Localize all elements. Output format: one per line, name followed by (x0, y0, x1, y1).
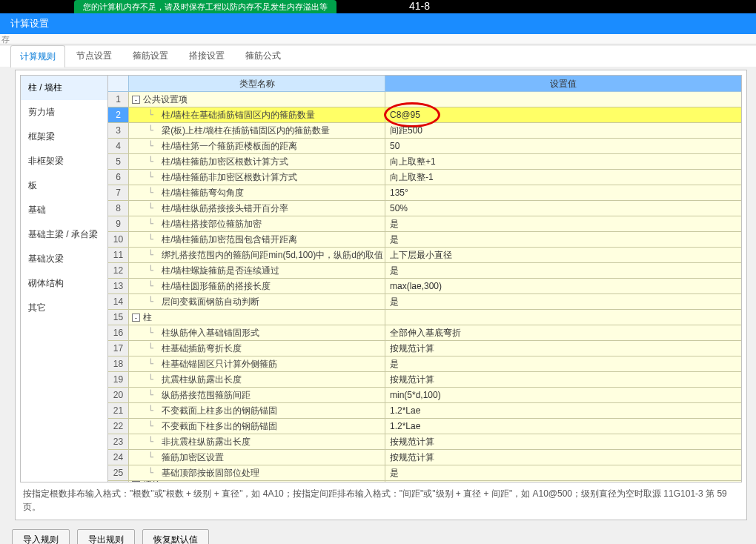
table-row[interactable]: 20 └ 纵筋搭接范围箍筋间距min(5*d,100) (108, 388, 741, 403)
row-name-cell: +墙柱 (129, 481, 385, 482)
tab-4[interactable]: 箍筋公式 (236, 44, 291, 67)
table-row[interactable]: 16 └ 柱纵筋伸入基础锚固形式全部伸入基底弯折 (108, 325, 741, 341)
collapse-icon[interactable]: - (132, 96, 140, 104)
row-value-cell[interactable] (385, 310, 741, 325)
sidebar-item-0[interactable]: 柱 / 墙柱 (21, 76, 107, 100)
row-number: 7 (108, 185, 129, 200)
row-value-cell[interactable]: 全部伸入基底弯折 (385, 325, 741, 340)
row-value-cell[interactable]: 是 (385, 216, 741, 231)
row-value-cell[interactable]: C8@95 (385, 107, 741, 122)
subbar-icon: 存 (0, 34, 9, 44)
row-value-cell[interactable]: 是 (385, 294, 741, 309)
table-row[interactable]: 24 └ 箍筋加密区设置按规范计算 (108, 450, 741, 465)
tree-line-icon: └ (132, 139, 159, 153)
row-name-cell: -公共设置项 (129, 92, 385, 107)
tree-line-icon: └ (132, 185, 159, 200)
table-row[interactable]: 19 └ 抗震柱纵筋露出长度按规范计算 (108, 372, 741, 388)
table-row[interactable]: 9 └ 柱/墙柱搭接部位箍筋加密是 (108, 216, 741, 232)
table-row[interactable]: 10 └ 柱/墙柱箍筋加密范围包含错开距离是 (108, 232, 741, 248)
tree-line-icon: └ (132, 154, 159, 169)
row-name-cell: └ 绑扎搭接范围内的箍筋间距min(5d,100)中，纵筋d的取值 (129, 248, 385, 262)
row-value-cell[interactable]: min(5*d,100) (385, 388, 741, 402)
content-row: 柱 / 墙柱剪力墙框架梁非框架梁板基础基础主梁 / 承台梁基础次梁砌体结构其它 … (20, 75, 742, 482)
row-value-cell[interactable]: 上下层最小直径 (385, 248, 741, 262)
table-row[interactable]: 22 └ 不变截面下柱多出的钢筋锚固1.2*Lae (108, 419, 741, 434)
row-number: 5 (108, 154, 129, 169)
collapse-icon[interactable]: - (132, 314, 140, 322)
table-row[interactable]: 18 └ 柱基础锚固区只计算外侧箍筋是 (108, 356, 741, 372)
table-row[interactable]: 11 └ 绑扎搭接范围内的箍筋间距min(5d,100)中，纵筋d的取值上下层最… (108, 248, 741, 263)
table-row[interactable]: 6 └ 柱/墙柱箍筋非加密区根数计算方式向上取整-1 (108, 170, 741, 185)
table-row[interactable]: 7 └ 柱/墙柱箍筋弯勾角度135° (108, 185, 741, 201)
tree-line-icon: └ (132, 279, 159, 293)
restore-default-button[interactable]: 恢复默认值 (142, 529, 209, 544)
table-row[interactable]: 23 └ 非抗震柱纵筋露出长度按规范计算 (108, 434, 741, 450)
row-value-cell[interactable] (385, 92, 741, 107)
expand-icon[interactable]: + (132, 481, 140, 482)
table-row[interactable]: 13 └ 柱/墙柱圆形箍筋的搭接长度max(lae,300) (108, 279, 741, 294)
sidebar-item-2[interactable]: 框架梁 (21, 125, 107, 149)
tree-line-icon: └ (132, 123, 159, 138)
row-value-cell[interactable]: 向上取整-1 (385, 170, 741, 185)
tab-3[interactable]: 搭接设置 (179, 44, 234, 67)
table-row[interactable]: 26+墙柱 (108, 481, 741, 482)
table-row[interactable]: 8 └ 柱/墙柱纵筋搭接接头错开百分率50% (108, 201, 741, 216)
row-number: 20 (108, 388, 129, 402)
table-row[interactable]: 2 └ 柱/墙柱在基础插筋锚固区内的箍筋数量C8@95 (108, 107, 741, 123)
hint-text: 按指定根数排布输入格式："根数"或"根数 + 级别 + 直径"，如 4A10；按… (20, 482, 742, 515)
tree-line-icon: └ (132, 465, 159, 480)
row-name-cell: └ 柱基础插筋弯折长度 (129, 341, 385, 356)
table-row[interactable]: 25 └ 基础顶部按嵌固部位处理是 (108, 465, 741, 481)
table-row[interactable]: 1-公共设置项 (108, 92, 741, 107)
tab-2[interactable]: 箍筋设置 (123, 44, 178, 67)
row-label: 柱基础锚固区只计算外侧箍筋 (162, 356, 277, 371)
row-value-cell[interactable]: 135° (385, 185, 741, 200)
sidebar-item-4[interactable]: 板 (21, 173, 107, 198)
row-number: 16 (108, 325, 129, 340)
row-value-cell[interactable]: 50 (385, 139, 741, 153)
row-label: 层间变截面钢筋自动判断 (162, 294, 259, 309)
table-row[interactable]: 17 └ 柱基础插筋弯折长度按规范计算 (108, 341, 741, 356)
grid-header-value[interactable]: 设置值 (385, 76, 741, 91)
sidebar-item-7[interactable]: 基础次梁 (21, 247, 107, 271)
tab-0[interactable]: 计算规则 (10, 45, 65, 67)
sidebar-item-5[interactable]: 基础 (21, 198, 107, 222)
row-number: 1 (108, 92, 129, 107)
table-row[interactable]: 5 └ 柱/墙柱箍筋加密区根数计算方式向上取整+1 (108, 154, 741, 170)
sidebar-item-1[interactable]: 剪力墙 (21, 100, 107, 125)
row-value-cell[interactable]: 按规范计算 (385, 341, 741, 356)
row-value-cell[interactable]: 1.2*Lae (385, 419, 741, 434)
table-row[interactable]: 3 └ 梁(板)上柱/墙柱在插筋锚固区内的箍筋数量间距500 (108, 123, 741, 139)
row-value-cell[interactable]: 按规范计算 (385, 434, 741, 449)
row-label: 柱/墙柱圆形箍筋的搭接长度 (162, 279, 271, 293)
row-value-cell[interactable]: 是 (385, 356, 741, 371)
table-row[interactable]: 21 └ 不变截面上柱多出的钢筋锚固1.2*Lae (108, 403, 741, 419)
tab-1[interactable]: 节点设置 (67, 44, 122, 67)
export-rules-button[interactable]: 导出规则 (77, 529, 135, 544)
row-value-cell[interactable]: max(lae,300) (385, 279, 741, 293)
row-value-cell[interactable]: 是 (385, 465, 741, 480)
sidebar-item-9[interactable]: 其它 (21, 296, 107, 320)
row-value-cell[interactable]: 50% (385, 201, 741, 216)
table-row[interactable]: 4 └ 柱/墙柱第一个箍筋距楼板面的距离50 (108, 139, 741, 154)
row-value-cell[interactable] (385, 481, 741, 482)
row-name-cell: └ 纵筋搭接范围箍筋间距 (129, 388, 385, 402)
row-name-cell: └ 柱/墙柱螺旋箍筋是否连续通过 (129, 263, 385, 278)
row-value-cell[interactable]: 间距500 (385, 123, 741, 138)
row-value-cell[interactable]: 向上取整+1 (385, 154, 741, 169)
row-value-cell[interactable]: 是 (385, 232, 741, 247)
sidebar-item-8[interactable]: 砌体结构 (21, 271, 107, 296)
table-row[interactable]: 15-柱 (108, 310, 741, 325)
row-name-cell: -柱 (129, 310, 385, 325)
sidebar-item-6[interactable]: 基础主梁 / 承台梁 (21, 222, 107, 247)
sidebar-item-3[interactable]: 非框架梁 (21, 149, 107, 173)
row-value-cell[interactable]: 1.2*Lae (385, 403, 741, 418)
import-rules-button[interactable]: 导入规则 (12, 529, 70, 544)
row-name-cell: └ 柱基础锚固区只计算外侧箍筋 (129, 356, 385, 371)
table-row[interactable]: 14 └ 层间变截面钢筋自动判断是 (108, 294, 741, 310)
row-value-cell[interactable]: 是 (385, 263, 741, 278)
row-value-cell[interactable]: 按规范计算 (385, 450, 741, 465)
grid-header-name[interactable]: 类型名称 (129, 76, 385, 91)
row-value-cell[interactable]: 按规范计算 (385, 372, 741, 387)
table-row[interactable]: 12 └ 柱/墙柱螺旋箍筋是否连续通过是 (108, 263, 741, 279)
